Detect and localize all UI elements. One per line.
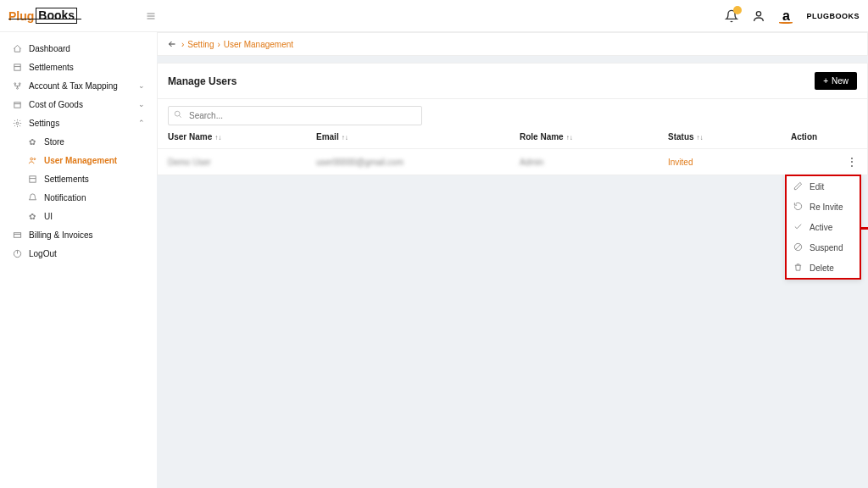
app-logo: Plug Books [8,8,77,24]
sidebar-item-store[interactable]: ✿ Store [27,132,157,151]
sidebar-item-label: Settlements [44,175,157,184]
page-title: Manage Users [168,75,236,87]
action-label: Re Invite [810,202,843,212]
chevron-up-icon: ⌃ [138,119,145,127]
breadcrumb-setting[interactable]: Setting [187,40,214,49]
sidebar-item-notification[interactable]: Notification [27,188,157,207]
svg-point-10 [16,122,19,125]
chevron-down-icon: ⌄ [138,100,145,108]
logo-part1: Plug [8,9,34,23]
ban-icon [793,242,804,252]
svg-rect-15 [14,232,20,237]
col-header-email[interactable]: Email↑↓ [316,132,520,141]
plus-icon: + [823,76,828,86]
col-header-status[interactable]: Status↑↓ [668,132,791,141]
svg-line-22 [795,244,800,249]
dashboard-icon [12,43,22,53]
sidebar-item-settlements[interactable]: Settlements [0,58,157,76]
sidebar-item-label: Store [44,137,157,147]
action-reinvite[interactable]: Re Invite [787,197,860,217]
col-label: Status [668,132,694,141]
col-label: Action [791,132,817,141]
col-header-user[interactable]: User Name↑↓ [168,132,316,141]
sidebar-item-label: Settlements [29,63,145,72]
sidebar-item-user-management[interactable]: User Management [27,151,157,169]
col-label: User Name [168,132,212,141]
settlements-icon [12,62,22,72]
svg-rect-9 [14,102,19,107]
logout-icon [12,248,22,258]
sort-icon: ↑↓ [342,134,348,141]
action-label: Delete [810,263,834,273]
cell-role: Admin [520,158,668,167]
profile-icon[interactable] [752,9,765,23]
sidebar-item-dashboard[interactable]: Dashboard [0,39,157,58]
topbar: Plug Books a PLUGBOOKS [0,0,868,32]
new-button-label: New [832,76,849,86]
table-header: User Name↑↓ Email↑↓ Role Name↑↓ Status↑↓… [158,132,867,148]
chevron-down-icon: ⌄ [138,81,145,90]
breadcrumb: › Setting › User Management [157,32,868,56]
amazon-icon: a [779,8,793,24]
action-edit[interactable]: Edit [787,176,860,197]
sidebar-item-billing[interactable]: Billing & Invoices [0,225,157,244]
svg-line-20 [179,115,181,118]
sidebar-item-ui[interactable]: ✿ UI [27,207,157,225]
action-active[interactable]: Active [787,217,860,237]
sidebar-item-settlements-sub[interactable]: Settlements [27,169,157,188]
refresh-icon [793,202,804,212]
action-label: Active [810,223,832,232]
action-suspend[interactable]: Suspend [787,237,860,258]
box-icon [12,99,22,109]
sidebar-item-label: Cost of Goods [29,100,131,109]
mapping-icon [12,80,22,91]
breadcrumb-user-management[interactable]: User Management [224,40,293,49]
sidebar-item-label: LogOut [29,249,145,258]
svg-point-3 [757,11,761,15]
sidebar-item-label: Billing & Invoices [29,230,145,240]
sort-icon: ↑↓ [214,134,221,141]
svg-rect-4 [14,64,19,69]
svg-rect-13 [29,175,35,181]
topbar-right: a PLUGBOOKS [725,8,860,24]
sidebar-item-account-tax[interactable]: Account & Tax Mapping ⌄ [0,76,157,95]
bell-icon [27,192,37,202]
back-button[interactable] [166,38,178,50]
sidebar-item-label: UI [44,212,157,221]
manage-users-panel: Manage Users + New User Name↑↓ Email↑↓ R… [157,63,868,175]
col-header-role[interactable]: Role Name↑↓ [520,132,668,141]
panel-header: Manage Users + New [158,64,867,99]
check-icon [793,222,804,232]
notification-badge [733,6,742,14]
svg-point-8 [16,87,18,89]
search-icon [174,110,182,119]
row-actions-button[interactable]: ⋮ [847,156,857,168]
sidebar-item-cost-of-goods[interactable]: Cost of Goods ⌄ [0,95,157,114]
action-label: Suspend [810,243,843,252]
store-icon: ✿ [27,136,37,147]
svg-point-19 [175,111,180,116]
search-input[interactable] [168,106,422,125]
logo-underline [8,19,81,19]
row-action-popover: Edit Re Invite Active Suspend Delete [785,175,861,280]
trash-icon [793,263,804,273]
gear-icon [12,118,22,128]
new-button[interactable]: + New [815,72,857,90]
settlements-icon [27,174,37,184]
sidebar-item-label: User Management [44,156,157,165]
action-label: Edit [810,182,824,191]
sort-icon: ↑↓ [697,134,704,141]
action-delete[interactable]: Delete [787,258,860,278]
ui-icon: ✿ [27,211,37,221]
col-label: Email [316,132,339,141]
sidebar-item-logout[interactable]: LogOut [0,244,157,263]
sidebar-item-label: Dashboard [29,44,145,53]
sidebar-item-settings[interactable]: Settings ⌃ [0,114,157,132]
col-label: Role Name [520,132,564,141]
svg-point-6 [14,82,15,84]
tenant-label: PLUGBOOKS [806,12,860,20]
notifications-button[interactable] [725,9,738,23]
sidebar-settings-children: ✿ Store User Management Settlements Noti… [0,132,157,225]
svg-point-7 [19,82,20,84]
menu-toggle-icon[interactable] [145,11,157,21]
